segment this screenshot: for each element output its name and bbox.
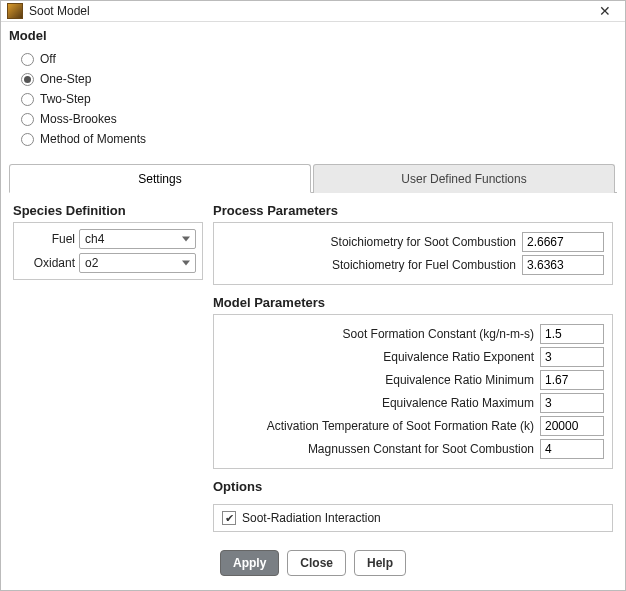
oxidant-label: Oxidant <box>20 256 75 270</box>
help-button[interactable]: Help <box>354 550 406 576</box>
fuel-dropdown[interactable]: ch4 <box>79 229 196 249</box>
button-bar: Apply Close Help <box>9 540 617 590</box>
radio-moss-brookes[interactable]: Moss-Brookes <box>21 109 617 129</box>
fuel-stoich-input[interactable] <box>522 255 604 275</box>
tab-user-defined-functions[interactable]: User Defined Functions <box>313 164 615 193</box>
radio-label: Moss-Brookes <box>40 112 117 126</box>
ermin-input[interactable] <box>540 370 604 390</box>
species-box: Fuel ch4 Oxidant o2 <box>13 222 203 280</box>
soot-radiation-row[interactable]: ✔ Soot-Radiation Interaction <box>222 511 604 525</box>
app-icon <box>7 3 23 19</box>
ere-input[interactable] <box>540 347 604 367</box>
radio-label: Off <box>40 52 56 66</box>
radio-icon <box>21 93 34 106</box>
oxidant-dropdown[interactable]: o2 <box>79 253 196 273</box>
radio-icon <box>21 133 34 146</box>
radio-method-of-moments[interactable]: Method of Moments <box>21 129 617 149</box>
radio-one-step[interactable]: One-Step <box>21 69 617 89</box>
radio-two-step[interactable]: Two-Step <box>21 89 617 109</box>
model-radio-group: Off One-Step Two-Step Moss-Brookes Metho… <box>9 47 617 155</box>
apply-button[interactable]: Apply <box>220 550 279 576</box>
fuel-stoich-label: Stoichiometry for Fuel Combustion <box>222 258 516 272</box>
radio-label: One-Step <box>40 72 91 86</box>
fuel-value: ch4 <box>85 232 104 246</box>
window-title: Soot Model <box>29 4 593 18</box>
ere-label: Equivalence Ratio Exponent <box>222 350 534 364</box>
options-heading: Options <box>213 479 613 494</box>
model-params-heading: Model Parameters <box>213 295 613 310</box>
tab-page-settings: Species Definition Fuel ch4 Oxidant o2 P… <box>9 193 617 540</box>
dialog-content: Model Off One-Step Two-Step Moss-Brookes… <box>1 22 625 591</box>
atemp-input[interactable] <box>540 416 604 436</box>
species-heading: Species Definition <box>13 203 203 218</box>
magnussen-label: Magnussen Constant for Soot Combustion <box>222 442 534 456</box>
sfc-label: Soot Formation Constant (kg/n-m-s) <box>222 327 534 341</box>
radio-icon <box>21 113 34 126</box>
ermax-label: Equivalence Ratio Maximum <box>222 396 534 410</box>
radio-label: Two-Step <box>40 92 91 106</box>
fuel-label: Fuel <box>20 232 75 246</box>
soot-radiation-label: Soot-Radiation Interaction <box>242 511 381 525</box>
tab-settings[interactable]: Settings <box>9 164 311 193</box>
radio-icon-selected <box>21 73 34 86</box>
right-panel: Process Parameters Stoichiometry for Soo… <box>213 203 613 532</box>
soot-stoich-input[interactable] <box>522 232 604 252</box>
soot-stoich-label: Stoichiometry for Soot Combustion <box>222 235 516 249</box>
close-icon[interactable]: ✕ <box>593 1 617 21</box>
radio-icon <box>21 53 34 66</box>
ermin-label: Equivalence Ratio Minimum <box>222 373 534 387</box>
radio-off[interactable]: Off <box>21 49 617 69</box>
ermax-input[interactable] <box>540 393 604 413</box>
model-params-box: Soot Formation Constant (kg/n-m-s) Equiv… <box>213 314 613 469</box>
process-heading: Process Parameters <box>213 203 613 218</box>
tab-strip: Settings User Defined Functions <box>9 163 617 193</box>
title-bar: Soot Model ✕ <box>1 1 625 22</box>
oxidant-value: o2 <box>85 256 98 270</box>
close-button[interactable]: Close <box>287 550 346 576</box>
options-box: ✔ Soot-Radiation Interaction <box>213 504 613 532</box>
checkbox-icon: ✔ <box>222 511 236 525</box>
radio-label: Method of Moments <box>40 132 146 146</box>
sfc-input[interactable] <box>540 324 604 344</box>
process-box: Stoichiometry for Soot Combustion Stoich… <box>213 222 613 285</box>
magnussen-input[interactable] <box>540 439 604 459</box>
species-panel: Species Definition Fuel ch4 Oxidant o2 <box>13 203 203 532</box>
atemp-label: Activation Temperature of Soot Formation… <box>222 419 534 433</box>
model-heading: Model <box>9 28 617 43</box>
